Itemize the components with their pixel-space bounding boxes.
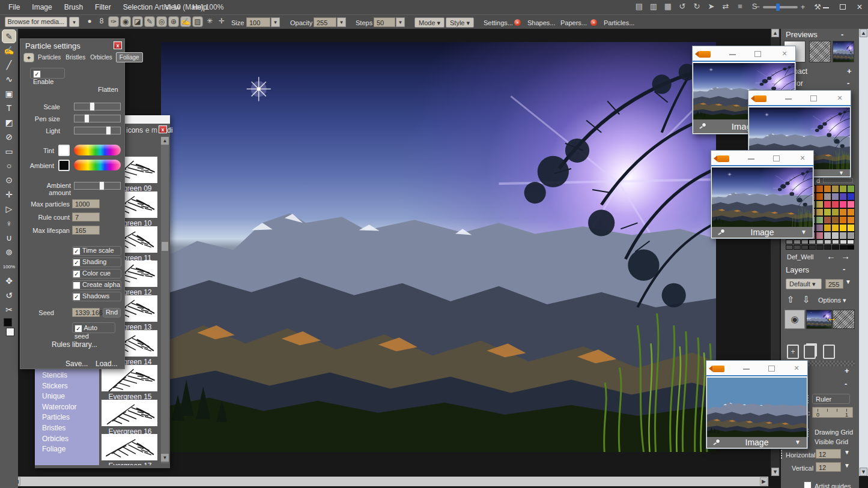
- size-field[interactable]: 100: [246, 17, 270, 27]
- menu-brush[interactable]: Brush: [58, 0, 89, 14]
- gray-swatch[interactable]: [824, 239, 831, 244]
- pin-icon[interactable]: [717, 228, 725, 236]
- color-swatch[interactable]: [824, 216, 831, 224]
- color-swatch[interactable]: [831, 208, 839, 216]
- scene-preview[interactable]: [833, 41, 854, 62]
- color-swatch[interactable]: [847, 208, 855, 216]
- gray-swatch[interactable]: [824, 245, 831, 250]
- no-media-tool[interactable]: ⊘: [2, 130, 16, 144]
- eye-target-icon[interactable]: ◉: [120, 16, 131, 27]
- pencil-icon[interactable]: ✎: [144, 16, 155, 27]
- gray-swatch[interactable]: [840, 245, 847, 250]
- color-swatch[interactable]: [816, 200, 824, 208]
- sidebar-item-foliage[interactable]: Foliage: [42, 445, 65, 453]
- impact-expand-icon[interactable]: +: [847, 67, 852, 76]
- cursor-icon[interactable]: ➤: [706, 1, 717, 12]
- menu-selection[interactable]: Selection: [117, 0, 159, 14]
- pin-icon[interactable]: [712, 438, 720, 447]
- vertical-dropdown[interactable]: ▼: [844, 462, 850, 469]
- color-swatch[interactable]: [839, 224, 847, 232]
- gray-swatch[interactable]: [816, 245, 824, 250]
- zoom-select-tool[interactable]: ⊙: [2, 173, 16, 187]
- sidebar-item-watercolor[interactable]: Watercolor: [42, 403, 77, 411]
- horizontal-grid-field[interactable]: 12: [816, 449, 841, 459]
- tab-particles[interactable]: Particles: [37, 53, 62, 62]
- opacity-dropdown[interactable]: ▼: [337, 17, 346, 27]
- particle-library-icon[interactable]: ✦: [23, 53, 34, 62]
- hand-brush-icon[interactable]: ✑: [108, 16, 119, 27]
- orbit-icon[interactable]: ⊕: [168, 16, 179, 27]
- wand-icon[interactable]: ✛: [216, 16, 227, 27]
- scroll-up-icon[interactable]: ▲: [771, 29, 779, 37]
- gray-swatch[interactable]: [801, 239, 809, 244]
- color-swatch[interactable]: [824, 224, 831, 232]
- swap-icon[interactable]: ⇄: [720, 1, 731, 12]
- window-close-icon[interactable]: ×: [835, 94, 845, 103]
- layer-mode-dropdown[interactable]: Default ▾: [786, 279, 822, 289]
- crop-tool[interactable]: ◩: [2, 116, 16, 130]
- scroll-down-icon[interactable]: ▼: [771, 468, 779, 476]
- media-item-thumbnail[interactable]: [102, 400, 157, 426]
- color-collapse-icon[interactable]: -: [847, 79, 849, 88]
- section-collapse-icon[interactable]: -: [845, 379, 847, 388]
- image-bar[interactable]: Image ▼: [707, 437, 807, 448]
- color-swatch[interactable]: [839, 216, 847, 224]
- pin-icon[interactable]: [698, 122, 706, 130]
- dot-icon[interactable]: ●: [84, 16, 95, 27]
- color-cue-checkbox[interactable]: ✓ Color cue: [72, 269, 121, 279]
- time-scale-checkbox[interactable]: ✓ Time scale: [72, 246, 121, 256]
- gray-swatch[interactable]: [809, 239, 816, 244]
- max-particles-field[interactable]: 1000: [72, 199, 100, 208]
- browse-for-media-button[interactable]: Browse for media...: [5, 17, 67, 27]
- window-maximize-icon[interactable]: [753, 49, 762, 59]
- particles-link[interactable]: Particles...: [604, 19, 634, 26]
- auto-seed-checkbox[interactable]: ✓ Auto seed: [72, 322, 115, 333]
- tab-foliage[interactable]: Foliage: [116, 52, 143, 62]
- load-link[interactable]: Load...: [96, 360, 118, 368]
- media-item-thumbnail[interactable]: [102, 434, 157, 460]
- gray-swatch[interactable]: [832, 239, 839, 244]
- window-minimize-icon[interactable]: [727, 49, 737, 59]
- sidebar-item-orbicles[interactable]: Orbicles: [42, 435, 68, 443]
- style-dropdown[interactable]: Style ▾: [446, 17, 474, 28]
- paint-bucket-2-icon[interactable]: ▥: [648, 1, 659, 12]
- scrollbar-thumb[interactable]: [162, 242, 168, 251]
- save-link[interactable]: Save...: [65, 360, 88, 368]
- opacity-field[interactable]: 255: [314, 17, 336, 27]
- window-image[interactable]: [712, 167, 813, 227]
- window-close-icon[interactable]: ×: [780, 49, 789, 59]
- new-page-icon[interactable]: [823, 345, 835, 359]
- layers-header[interactable]: Layers: [786, 265, 809, 274]
- next-well-icon[interactable]: →: [841, 251, 850, 261]
- color-swatch[interactable]: [816, 185, 824, 193]
- brush-stroke-tool[interactable]: ✍: [2, 44, 16, 58]
- color-swatch[interactable]: [839, 193, 847, 200]
- artist-guides-checkbox[interactable]: [804, 481, 812, 488]
- list-icon[interactable]: ≡: [735, 1, 745, 12]
- rule-count-field[interactable]: 7: [72, 212, 100, 221]
- shading-checkbox[interactable]: ✓ Shading: [72, 258, 121, 267]
- drag-handle[interactable]: [781, 450, 783, 459]
- window-minimize-icon[interactable]: [746, 154, 756, 163]
- window-maximize-icon[interactable]: [766, 364, 776, 373]
- scroll-up-icon[interactable]: ▲: [860, 29, 867, 37]
- chevron-down-icon[interactable]: ▼: [839, 169, 844, 176]
- signature-icon[interactable]: ✍: [180, 16, 191, 27]
- pen-square-icon[interactable]: ◪: [132, 16, 143, 27]
- rnd-button[interactable]: Rnd: [103, 308, 121, 318]
- noise-preview[interactable]: [809, 41, 831, 62]
- window-title-bar[interactable]: ×: [711, 151, 813, 166]
- tint-rainbow-bar[interactable]: [74, 145, 121, 155]
- chevron-down-icon[interactable]: ▼: [795, 437, 801, 448]
- color-swatch[interactable]: [831, 224, 839, 232]
- window-close-icon[interactable]: ×: [792, 364, 801, 373]
- polygon-select-tool[interactable]: ▷: [2, 202, 16, 216]
- layer-options-dropdown[interactable]: Options ▾: [818, 297, 846, 304]
- color-swatch[interactable]: [824, 232, 831, 239]
- ellipse-select-tool[interactable]: ○: [2, 159, 16, 173]
- color-swatch[interactable]: [839, 200, 847, 208]
- browse-dropdown-button[interactable]: ▾: [69, 17, 79, 27]
- horizontal-dropdown[interactable]: ▼: [844, 449, 850, 456]
- mode-dropdown[interactable]: Mode ▾: [414, 17, 445, 28]
- color-swatch[interactable]: [831, 200, 839, 208]
